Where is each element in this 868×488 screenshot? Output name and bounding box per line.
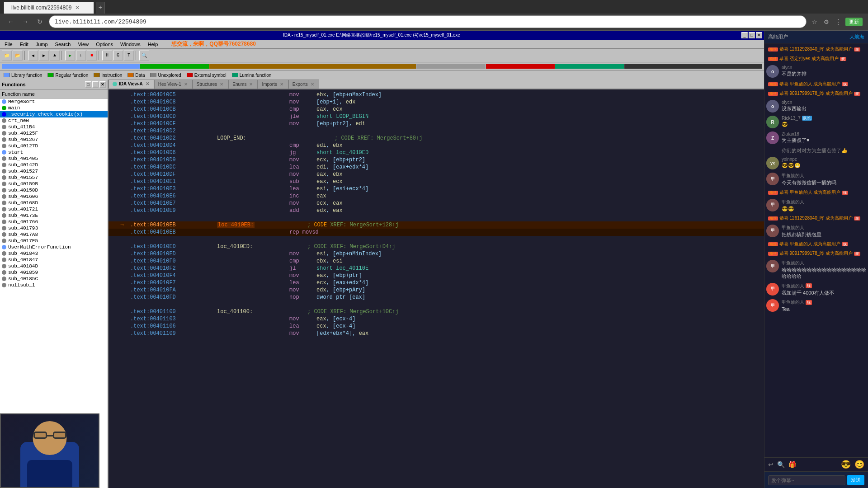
tab-imports[interactable]: Imports ✕ [258,80,288,89]
line-comment: ; CODE XREF: MergeSort+80↑j [335,135,422,142]
menu-help[interactable]: Help [145,41,161,48]
tab-imports-close[interactable]: ✕ [279,82,284,87]
func-icon [2,150,6,155]
back-button[interactable]: ← [5,16,16,27]
list-item[interactable]: _security_check_cookie(x) [0,111,108,117]
tab-enums[interactable]: Enums ✕ [228,80,258,89]
toolbar-stop[interactable]: ■ [87,51,97,61]
update-btn[interactable]: 更新 [845,18,863,26]
chat-system-msg: 粉丝 恭喜 甲鱼族的人 成为高能用户 舰 [766,80,866,88]
code-view[interactable]: .text:004010C5 mov ebx, [ebp+nMaxIndex] … [108,89,764,488]
menu-file[interactable]: File [2,41,15,48]
chat-username: yxinnpc [782,157,866,162]
list-item[interactable]: sub_401843 [0,250,108,257]
list-item[interactable]: sub_401405 [0,155,108,162]
list-item[interactable]: sub_411B4 [0,124,108,130]
menu-icon[interactable]: ⋮ [834,17,843,26]
func-name: sub_40185C [8,276,38,282]
toolbar-search[interactable]: 🔍 [139,51,149,61]
tab-structures-close[interactable]: ✕ [219,82,224,87]
tab-exports-close[interactable]: ✕ [310,82,315,87]
toolbar-back[interactable]: ◀ [28,51,38,61]
menu-jump[interactable]: Jump [33,41,51,48]
tab-ida-view-a-close[interactable]: ✕ [145,81,150,87]
menu-edit[interactable]: Edit [17,41,31,48]
toolbar-up[interactable]: ▲ [50,51,60,61]
extensions-icon[interactable]: ⚙ [822,17,831,26]
func-icon [2,194,6,199]
list-item[interactable]: sub_401793 [0,225,108,231]
toolbar-hex[interactable]: H [102,51,112,61]
tab-close-btn[interactable]: ✕ [75,5,80,11]
chat-reply-icon[interactable]: ↩ [768,461,774,468]
tab-hex-view-1[interactable]: Hex View-1 ✕ [154,80,193,89]
list-item[interactable]: sub_4017A8 [0,231,108,238]
toolbar-step[interactable]: ↓ [76,51,86,61]
list-item[interactable]: MergeSort [0,99,108,105]
chat-gift-icon[interactable]: 🎁 [788,461,796,468]
chat-badge: 粉丝 [768,82,778,86]
toolbar-run[interactable]: ▶ [65,51,75,61]
new-tab-btn[interactable]: + [96,2,105,14]
list-item[interactable]: sub_40150D [0,187,108,193]
address-bar[interactable]: live.bilibili.com/22594809 [49,15,807,28]
list-item[interactable]: sub_4017F5 [0,238,108,244]
close-button[interactable]: ✕ [756,32,762,38]
list-item[interactable]: sub_40168D [0,200,108,206]
list-item[interactable]: sub_40173E [0,212,108,219]
list-item[interactable]: sub_401527 [0,168,108,174]
list-item[interactable]: sub_401766 [0,219,108,225]
list-item[interactable]: sub_401267 [0,136,108,143]
panel-close-btn[interactable]: ✕ [99,81,106,88]
list-item[interactable]: sub_401606 [0,193,108,200]
forward-button[interactable]: → [20,16,31,27]
menu-view[interactable]: View [75,41,91,48]
func-name: sub_401843 [8,251,38,256]
list-item[interactable]: sub_401847 [0,257,108,263]
list-item[interactable]: sub_401557 [0,174,108,181]
chat-system-text: 恭喜 90917999178_哗 成为高能用户 [779,91,853,96]
list-item[interactable]: sub_401721 [0,206,108,212]
toolbar-new[interactable]: 📁 [2,51,12,61]
chat-send-button[interactable]: 发送 [847,475,864,485]
chat-input[interactable] [768,475,845,485]
list-item[interactable]: sub_40159B [0,181,108,187]
chat-messages-container[interactable]: 粉丝 恭喜 12612928040_哗 成为高能用户 舰 粉丝 恭喜 否定打ye… [764,43,868,457]
list-item[interactable]: sub_40127D [0,143,108,149]
browser-tab[interactable]: live.bilibili.com/22594809 ✕ [4,2,94,14]
maximize-button[interactable]: □ [749,32,755,38]
tab-structures[interactable]: Structures ✕ [193,80,229,89]
list-item[interactable]: main [0,105,108,111]
list-item[interactable]: sub_40184D [0,263,108,269]
line-addr: .text:004010F2 [127,265,217,272]
func-name: sub_401405 [8,156,38,161]
toolbar-text[interactable]: T [124,51,134,61]
chat-search-icon[interactable]: 🔍 [777,461,785,468]
menu-options[interactable]: Options [93,41,116,48]
toolbar-forward[interactable]: ▶ [39,51,49,61]
list-item[interactable]: sub_40185C [0,276,108,282]
func-name: crt_new [8,118,29,123]
bookmark-icon[interactable]: ☆ [810,17,819,26]
list-item[interactable]: nullsub_1 [0,282,108,288]
menu-windows[interactable]: Windows [118,41,143,48]
list-item[interactable]: sub_40125F [0,130,108,136]
list-item[interactable]: sub_40142D [0,162,108,168]
toolbar-graph[interactable]: G [113,51,123,61]
panel-restore-btn[interactable]: □ [85,81,91,88]
panel-minimize-btn[interactable]: _ [92,81,99,88]
tab-ida-view-a[interactable]: IDA View-A ✕ [108,80,154,89]
list-item[interactable]: start [0,149,108,155]
func-icon [2,112,6,117]
minimize-button[interactable]: _ [741,32,748,38]
tab-hex-view-1-close[interactable]: ✕ [183,82,189,87]
refresh-button[interactable]: ↻ [34,16,45,27]
list-item[interactable]: sub_401859 [0,269,108,276]
tab-exports[interactable]: Exports ✕ [288,80,319,89]
menu-search[interactable]: Search [52,41,74,48]
func-name: sub_4017F5 [8,238,38,244]
toolbar-open[interactable]: 📂 [13,51,23,61]
list-item[interactable]: UserMathErrorFunction [0,244,108,250]
list-item[interactable]: crt_new [0,117,108,124]
tab-enums-close[interactable]: ✕ [248,82,254,87]
